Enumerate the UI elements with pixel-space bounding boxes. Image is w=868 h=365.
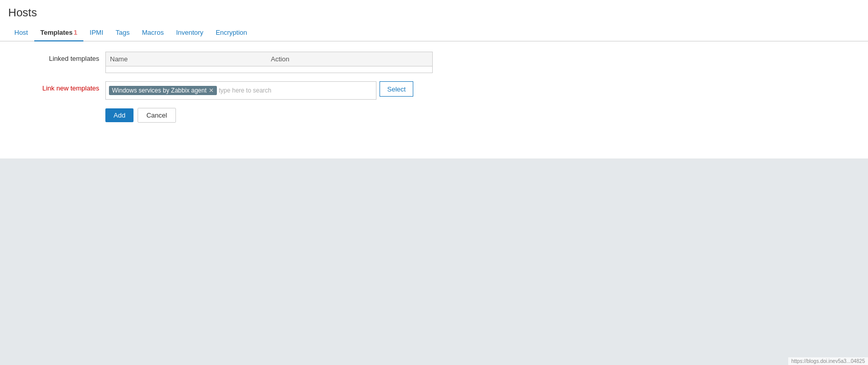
linked-templates-row: Linked templates Name Action bbox=[8, 52, 860, 73]
tab-ipmi[interactable]: IPMI bbox=[83, 25, 109, 41]
tab-host[interactable]: Host bbox=[8, 25, 34, 41]
selected-template-label: Windows services by Zabbix agent bbox=[112, 87, 207, 94]
tab-encryption[interactable]: Encryption bbox=[210, 25, 253, 41]
tabs-bar: Host Templates1 IPMI Tags Macros Invento… bbox=[0, 25, 868, 41]
tab-macros[interactable]: Macros bbox=[136, 25, 170, 41]
cancel-button[interactable]: Cancel bbox=[138, 108, 175, 123]
page-title: Hosts bbox=[0, 0, 868, 25]
link-new-templates-control: Windows services by Zabbix agent ✕ Selec… bbox=[105, 81, 433, 100]
add-button[interactable]: Add bbox=[105, 108, 133, 122]
link-new-templates-wrapper: Windows services by Zabbix agent ✕ Selec… bbox=[105, 81, 433, 100]
footer-url: https://blogs.doi.inev5a3...04825 bbox=[788, 357, 868, 363]
templates-count: 1 bbox=[74, 29, 77, 36]
linked-templates-label: Linked templates bbox=[8, 52, 105, 62]
table-row-empty bbox=[106, 66, 433, 73]
col-name: Name bbox=[106, 52, 267, 66]
page-background bbox=[0, 158, 868, 363]
link-new-templates-row: Link new templates Windows services by Z… bbox=[8, 81, 860, 100]
linked-templates-table-wrapper: Name Action bbox=[105, 52, 433, 73]
tab-inventory[interactable]: Inventory bbox=[170, 25, 209, 41]
link-new-templates-label: Link new templates bbox=[8, 81, 105, 92]
form-section: Linked templates Name Action bbox=[0, 41, 868, 133]
selected-template-chip: Windows services by Zabbix agent ✕ bbox=[109, 86, 217, 95]
col-action: Action bbox=[267, 52, 433, 66]
action-buttons: Add Cancel bbox=[8, 108, 860, 123]
tab-tags[interactable]: Tags bbox=[109, 25, 136, 41]
remove-chip-button[interactable]: ✕ bbox=[209, 87, 214, 94]
linked-templates-table: Name Action bbox=[105, 52, 433, 73]
tab-templates[interactable]: Templates1 bbox=[34, 25, 84, 41]
multiselect-box[interactable]: Windows services by Zabbix agent ✕ bbox=[105, 81, 376, 100]
search-input[interactable] bbox=[219, 86, 373, 95]
select-button[interactable]: Select bbox=[380, 81, 413, 97]
